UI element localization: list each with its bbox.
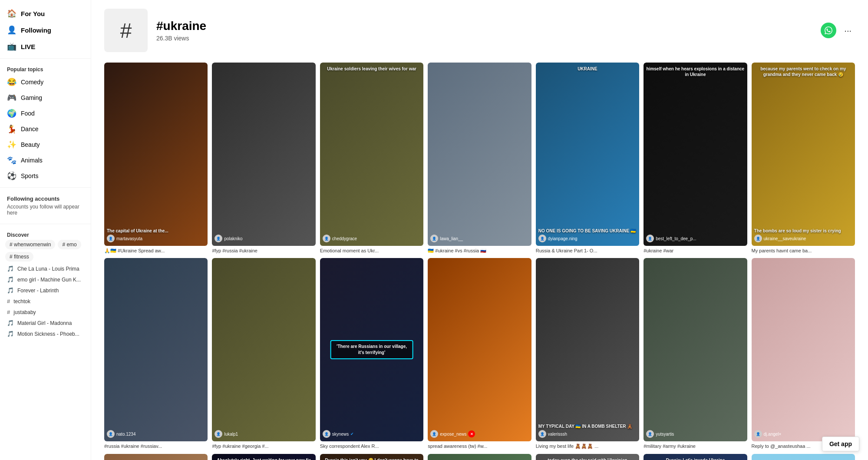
beauty-icon: ✨: [7, 140, 17, 149]
discover-song-forever[interactable]: 🎵Forever - Labrinth: [0, 285, 91, 296]
person-icon: 👤: [7, 25, 17, 35]
video-user: 👤 yutsyartis: [646, 430, 674, 438]
popular-topics-title: Popular topics: [0, 62, 91, 74]
video-username: lawa_lian__: [440, 236, 463, 241]
sidebar-item-live[interactable]: 📺 LIVE: [0, 38, 91, 55]
video-avatar: 👤: [538, 430, 546, 438]
discover-song-emo-girl[interactable]: 🎵emo girl - Machine Gun K...: [0, 274, 91, 285]
video-card[interactable]: 👤 user15: [104, 454, 208, 460]
sidebar-topic-label-gaming: Gaming: [21, 94, 42, 101]
video-card[interactable]: 👤 expose_news ✕ spread awareness (tw) #w…: [428, 258, 531, 449]
get-app-button[interactable]: Get app: [822, 437, 859, 451]
video-thumbnail: Russia: Let's invade UkraineMe asf: 👤 us…: [644, 454, 747, 460]
sidebar-item-animals[interactable]: 🐾Animals: [0, 152, 91, 168]
hashtag-icon: #: [7, 298, 10, 304]
sidebar: 🏠 For You 👤 Following 📺 LIVE Popular top…: [0, 0, 91, 460]
discover-song-justababy[interactable]: #justababy: [0, 307, 91, 318]
more-options-button[interactable]: ···: [841, 24, 855, 37]
video-thumbnail: 👤 nato.1234: [104, 258, 208, 441]
sidebar-item-beauty[interactable]: ✨Beauty: [0, 137, 91, 152]
hashtag-info: #ukraine 26.3B views: [156, 19, 812, 42]
video-avatar: 👤: [215, 430, 222, 438]
video-username: polakniko: [224, 236, 242, 241]
video-card[interactable]: Russia: Let's invade UkraineMe asf: 👤 us…: [644, 454, 747, 460]
video-thumbnail: Ukraine soldiers leaving their wives for…: [320, 63, 423, 246]
video-card[interactable]: 👤 polakniko #fyp #russia #ukraine: [212, 63, 315, 254]
video-thumb-inner: [644, 63, 747, 246]
hashtag-icon-box: #: [104, 9, 148, 52]
video-caption: 🇺🇦 #ukraine #vs #russia 🇷🇺: [428, 248, 531, 254]
video-card[interactable]: 👤 lukalp1 #fyp #ukraine #georgia #...: [212, 258, 315, 449]
video-card[interactable]: 👤 dj.angel× Reply to @_anasteushaa ...: [752, 258, 855, 449]
sports-icon: ⚽: [7, 171, 17, 181]
video-card[interactable]: 👤 lawa_lian__ 🇺🇦 #ukraine #vs #russia 🇷🇺: [428, 63, 531, 254]
video-card[interactable]: 👤 nato.1234 #russia #ukraine #russiav...: [104, 258, 208, 449]
video-thumbnail: 👤 user15: [104, 454, 208, 460]
video-thumbnail: The capital of Ukraine at the... 👤 marta…: [104, 63, 208, 246]
sidebar-item-sports[interactable]: ⚽Sports: [0, 168, 91, 184]
video-card[interactable]: today even the sky said with Ukrainian 👤…: [536, 454, 639, 460]
video-overlay-top: himself when he hears explosions in a di…: [644, 66, 747, 77]
song-label: Che La Luna - Louis Prima: [17, 266, 79, 272]
video-caption: #fyp #russia #ukraine: [212, 248, 315, 254]
discover-song-che-la-luna[interactable]: 🎵Che La Luna - Louis Prima: [0, 263, 91, 274]
whatsapp-button[interactable]: [821, 23, 836, 38]
discover-song-motion-sickness[interactable]: 🎵Motion Sickness - Phoeb...: [0, 328, 91, 339]
video-card[interactable]: The capital of Ukraine at the... 👤 marta…: [104, 63, 208, 254]
sidebar-item-for-you[interactable]: 🏠 For You: [0, 5, 91, 22]
video-overlay-top: Russia: Let's invade Ukraine: [644, 457, 747, 460]
discover-song-material-girl[interactable]: 🎵Material Girl - Madonna: [0, 318, 91, 328]
discover-tag-fitness[interactable]: # fitness: [5, 252, 33, 261]
music-icon: 🎵: [7, 287, 14, 294]
video-card[interactable]: 👤 user18: [428, 454, 531, 460]
video-card[interactable]: Russia this isn't you 🥺 I don't wanna ha…: [320, 454, 423, 460]
video-thumbnail: 👤 user21: [752, 454, 855, 460]
sidebar-item-dance[interactable]: 💃Dance: [0, 121, 91, 137]
music-icon: 🎵: [7, 265, 14, 272]
video-card[interactable]: 👤 user21: [752, 454, 855, 460]
sidebar-item-comedy[interactable]: 😂Comedy: [0, 74, 91, 90]
video-thumbnail: today even the sky said with Ukrainian 👤…: [536, 454, 639, 460]
video-username: dj.angel×: [764, 432, 782, 437]
video-overlay-top: today even the sky said with Ukrainian: [536, 457, 639, 460]
video-username: dyianpage.ning: [548, 236, 578, 241]
video-overlay-top: Absolutely right. Just waiting for your …: [212, 457, 315, 460]
video-user: 👤 best_left_to_dee_p...: [646, 235, 696, 242]
video-thumb-inner: [536, 258, 639, 441]
video-thumb-inner: [428, 258, 531, 441]
video-card[interactable]: himself when he hears explosions in a di…: [644, 63, 747, 254]
sidebar-item-following[interactable]: 👤 Following: [0, 22, 91, 38]
video-card[interactable]: 'There are Russians in our village, it's…: [320, 258, 423, 449]
sidebar-topic-label-beauty: Beauty: [21, 141, 40, 148]
video-username: valerisssh: [548, 432, 567, 437]
sidebar-item-gaming[interactable]: 🎮Gaming: [0, 90, 91, 106]
video-user: 👤 lawa_lian__: [430, 235, 463, 242]
discover-tag-emo[interactable]: # emo: [58, 240, 81, 249]
video-thumbnail: 👤 lawa_lian__: [428, 63, 531, 246]
video-thumb-inner: [428, 63, 531, 246]
video-overlay-top: Ukraine soldiers leaving their wives for…: [320, 66, 423, 72]
sidebar-topic-label-animals: Animals: [21, 157, 43, 164]
hashtag-symbol: #: [120, 19, 132, 43]
video-card[interactable]: UKRAINENO ONE IS GOING TO BE SAVING UKRA…: [536, 63, 639, 254]
discover-song-techtok[interactable]: #techtok: [0, 296, 91, 307]
song-label: justababy: [13, 309, 36, 315]
video-card[interactable]: Absolutely right. Just waiting for your …: [212, 454, 315, 460]
video-avatar: 👤: [107, 430, 115, 438]
discover-title: Discover: [0, 228, 91, 240]
video-card[interactable]: MY TYPICAL DAY 🇺🇦 IN A BOMB SHELTER 🧸 👤 …: [536, 258, 639, 449]
video-card[interactable]: because my parents went to check on my g…: [752, 63, 855, 254]
video-avatar: 👤: [323, 430, 330, 438]
music-icon: 🎵: [7, 331, 14, 337]
video-overlay-top: UKRAINE: [536, 66, 639, 72]
video-card[interactable]: Ukraine soldiers leaving their wives for…: [320, 63, 423, 254]
verified-badge: ✔: [350, 432, 354, 436]
video-thumbnail: 👤 expose_news ✕: [428, 258, 531, 441]
sidebar-topic-label-sports: Sports: [21, 172, 38, 179]
hashtag-title: #ukraine: [156, 19, 812, 33]
sidebar-item-food[interactable]: 🌍Food: [0, 106, 91, 121]
video-caption: My parents havnt came ba...: [752, 248, 855, 254]
video-card[interactable]: 👤 yutsyartis #military #army #ukraine: [644, 258, 747, 449]
following-accounts-desc: Accounts you follow will appear here: [7, 204, 84, 216]
discover-tag-whenwomenwin[interactable]: # whenwomenwin: [5, 240, 55, 249]
